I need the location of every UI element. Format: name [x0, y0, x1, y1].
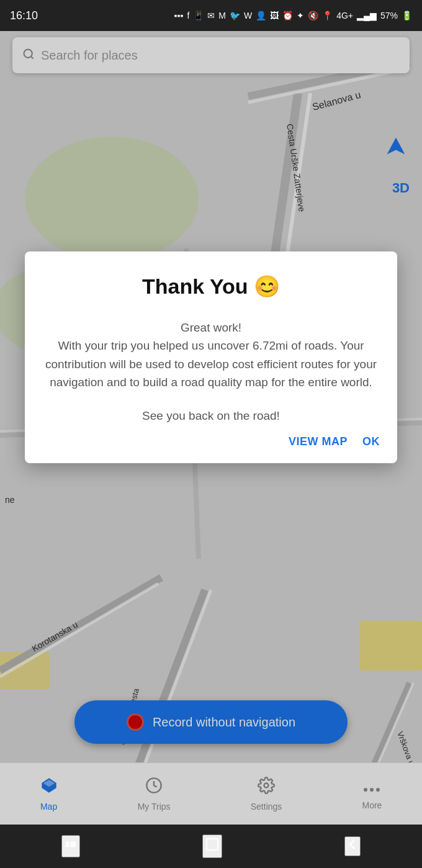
modal-tagline: See you back on the road! — [42, 409, 380, 423]
modal-actions: VIEW MAP OK — [42, 435, 380, 448]
mute-icon: 🔇 — [308, 11, 318, 20]
back-button[interactable] — [344, 836, 361, 856]
user-icon: 👤 — [256, 11, 266, 20]
network-icon: 4G+ — [336, 11, 353, 20]
bluetooth-icon: ✦ — [297, 11, 304, 20]
recent-apps-button[interactable] — [61, 835, 80, 857]
battery-icon: 🔋 — [402, 11, 412, 20]
phone-icon: 📱 — [193, 11, 204, 20]
thank-you-modal: Thank You 😊 Great work!With your trip yo… — [25, 251, 397, 463]
signal-icon: ▪▪▪ — [174, 11, 184, 20]
home-button[interactable] — [202, 834, 222, 858]
modal-body-text: Great work!With your trip you helped us … — [45, 321, 377, 389]
status-icons-group: ▪▪▪ f 📱 ✉ M 🐦 W 👤 🖼 ⏰ ✦ 🔇 📍 4G+ ▂▄▆ 57% … — [174, 11, 412, 20]
facebook-icon: f — [187, 11, 189, 20]
battery-level: 57% — [380, 11, 398, 20]
view-map-button[interactable]: VIEW MAP — [289, 435, 348, 448]
modal-body: Great work!With your trip you helped us … — [42, 319, 380, 392]
twitter-icon: 🐦 — [230, 11, 240, 20]
modal-title: Thank You 😊 — [42, 274, 380, 299]
wordpress-icon: W — [244, 11, 252, 20]
gmail-icon: M — [218, 11, 226, 20]
system-nav-bar — [0, 825, 422, 868]
svg-rect-42 — [207, 839, 218, 850]
location-icon: 📍 — [322, 11, 333, 20]
status-bar: 16:10 ▪▪▪ f 📱 ✉ M 🐦 W 👤 🖼 ⏰ ✦ 🔇 📍 4G+ ▂▄… — [0, 0, 422, 31]
image-icon: 🖼 — [270, 11, 279, 20]
signal-bars-icon: ▂▄▆ — [357, 11, 377, 20]
status-time: 16:10 — [10, 9, 38, 22]
mail-icon: ✉ — [207, 11, 215, 20]
ok-button[interactable]: OK — [362, 435, 380, 448]
alarm-icon: ⏰ — [282, 11, 293, 20]
